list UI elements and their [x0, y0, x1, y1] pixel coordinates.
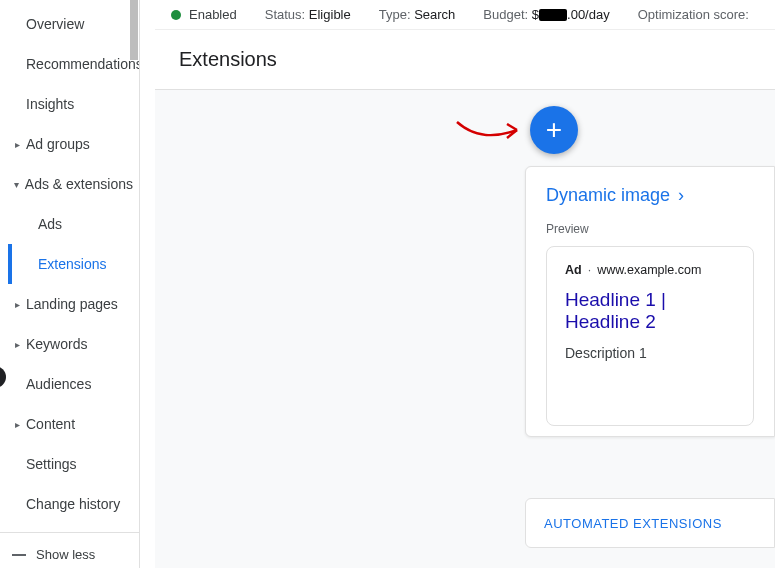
preview-label: Preview — [546, 222, 754, 236]
dynamic-image-card: Dynamic image › Preview Ad·www.example.c… — [525, 166, 775, 437]
sidebar: ▴ Overview Recommendations Insights ▸Ad … — [0, 0, 140, 568]
sidebar-item-overview[interactable]: Overview — [0, 4, 139, 44]
chevron-right-icon: ▸ — [10, 339, 24, 350]
status-budget: Budget: $.00/day — [483, 7, 609, 22]
sidebar-item-audiences[interactable]: Audiences — [0, 364, 139, 404]
main-panel: Enabled Status: Eligible Type: Search Bu… — [155, 0, 775, 568]
sidebar-item-settings[interactable]: Settings — [0, 444, 139, 484]
sidebar-item-keywords[interactable]: ▸Keywords — [0, 324, 139, 364]
sidebar-item-change-history[interactable]: Change history — [0, 484, 139, 524]
sidebar-item-landing-pages[interactable]: ▸Landing pages — [0, 284, 139, 324]
add-extension-button[interactable]: + — [530, 106, 578, 154]
chevron-right-icon: › — [678, 185, 684, 206]
ad-url-line: Ad·www.example.com — [565, 263, 735, 277]
sidebar-item-recommendations[interactable]: Recommendations — [0, 44, 139, 84]
sidebar-item-ads-extensions[interactable]: ▾Ads & extensions — [0, 164, 139, 204]
chevron-right-icon: ▸ — [10, 139, 24, 150]
chevron-right-icon: ▸ — [10, 419, 24, 430]
sidebar-item-content[interactable]: ▸Content — [0, 404, 139, 444]
ad-preview: Ad·www.example.com Headline 1 | Headline… — [546, 246, 754, 426]
minus-icon — [12, 554, 26, 556]
show-less-button[interactable]: Show less — [0, 532, 139, 568]
chevron-down-icon: ▾ — [10, 179, 23, 190]
ad-description: Description 1 — [565, 345, 735, 361]
status-dot-icon — [171, 10, 181, 20]
sidebar-sub-ads[interactable]: Ads — [8, 204, 139, 244]
dynamic-image-link[interactable]: Dynamic image › — [546, 185, 754, 206]
plus-icon: + — [546, 114, 562, 146]
sidebar-sub-extensions[interactable]: Extensions — [8, 244, 139, 284]
redacted-amount — [539, 9, 567, 21]
campaign-status-enabled[interactable]: Enabled — [171, 7, 237, 22]
status-bar: Enabled Status: Eligible Type: Search Bu… — [155, 0, 775, 30]
sidebar-item-insights[interactable]: Insights — [0, 84, 139, 124]
status-type: Type: Search — [379, 7, 456, 22]
sidebar-item-ad-groups[interactable]: ▸Ad groups — [0, 124, 139, 164]
chevron-right-icon: ▸ — [10, 299, 24, 310]
status-optimization-score: Optimization score: — [638, 7, 749, 22]
status-eligible: Status: Eligible — [265, 7, 351, 22]
automated-extensions-button[interactable]: AUTOMATED EXTENSIONS — [525, 498, 775, 548]
ad-headline: Headline 1 | Headline 2 — [565, 289, 735, 333]
annotation-arrow-icon — [455, 108, 525, 148]
page-title: Extensions — [155, 30, 775, 90]
content-area: + Dynamic image › Preview Ad·www.example… — [155, 90, 775, 568]
